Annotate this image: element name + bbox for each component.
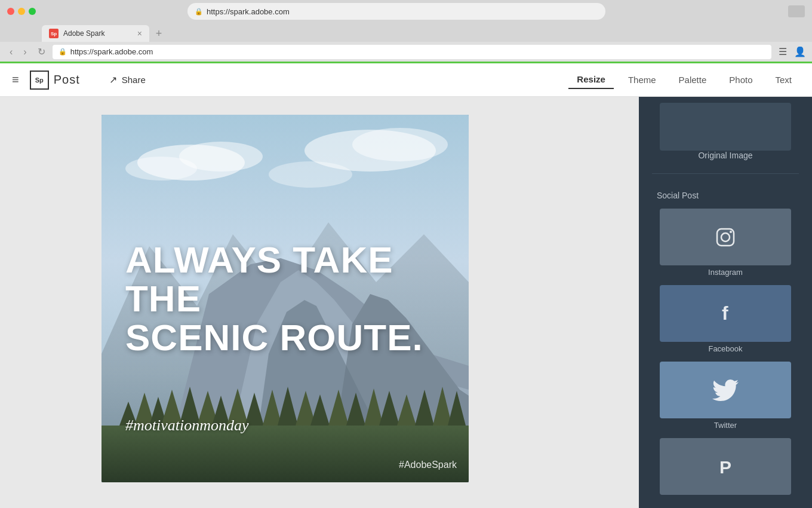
browser-menu-icon[interactable]: ☰ (775, 45, 791, 59)
post-hashtag[interactable]: #motivationmonday (125, 417, 249, 434)
tab-favicon: Sp (49, 29, 59, 38)
svg-point-36 (730, 231, 732, 233)
facebook-label: Facebook (708, 344, 742, 353)
share-button[interactable]: ↗ Share (97, 69, 158, 90)
palette-nav-button[interactable]: Palette (670, 71, 715, 88)
twitter-card[interactable] (660, 362, 791, 418)
svg-text:P: P (719, 457, 731, 477)
url-field[interactable]: 🔒 https://spark.adobe.com (53, 45, 771, 59)
header-left: ≡ Sp Post ↗ Share (0, 69, 377, 90)
hamburger-menu-button[interactable]: ≡ (10, 71, 21, 89)
social-post-section-label: Social Post (639, 191, 699, 200)
address-bar-row: ‹ › ↻ 🔒 https://spark.adobe.com ☰ 👤 (0, 42, 812, 63)
tab-close-button[interactable]: × (137, 29, 142, 38)
url-display: https://spark.adobe.com (70, 47, 153, 56)
instagram-icon (712, 224, 739, 250)
reload-button[interactable]: ↻ (34, 45, 49, 59)
post-text-line1: ALWAYS TAKE THE (125, 240, 445, 318)
original-image-card[interactable] (660, 103, 791, 151)
title-bar: 🔒 https://spark.adobe.com (0, 0, 812, 23)
minimize-button[interactable] (18, 8, 25, 15)
os-chrome: 🔒 https://spark.adobe.com Sp Adobe Spark… (0, 0, 812, 42)
maximize-button[interactable] (29, 8, 36, 15)
pinterest-icon: P (712, 454, 739, 480)
lock-icon: 🔒 (195, 8, 203, 16)
right-panel: Original Image Social Post Instagram f F… (639, 97, 812, 508)
instagram-card[interactable] (660, 209, 791, 265)
twitter-label: Twitter (714, 421, 737, 430)
instagram-label: Instagram (708, 268, 743, 277)
original-image-label: Original Image (698, 151, 752, 160)
spark-logo-icon: Sp (30, 71, 49, 90)
tab-title: Adobe Spark (63, 29, 104, 38)
post-text-line2: SCENIC ROUTE. (125, 318, 445, 357)
new-tab-button[interactable]: + (150, 25, 167, 42)
window-control[interactable] (788, 5, 805, 17)
panel-divider-1 (652, 173, 799, 174)
app-header: ≡ Sp Post ↗ Share Resize Theme Palette P… (0, 63, 812, 97)
spark-logo: Sp Post (30, 71, 80, 90)
app-name: Post (54, 73, 80, 87)
header-right: Resize Theme Palette Photo Text (377, 71, 812, 89)
facebook-icon: f (712, 301, 739, 327)
facebook-card[interactable]: f (660, 285, 791, 342)
share-label: Share (122, 75, 146, 85)
tab-bar: Sp Adobe Spark × + (0, 23, 812, 42)
post-main-text[interactable]: ALWAYS TAKE THE SCENIC ROUTE. (125, 240, 445, 357)
url-lock-icon: 🔒 (59, 48, 67, 56)
browser-tab[interactable]: Sp Adobe Spark × (42, 25, 149, 42)
photo-nav-button[interactable]: Photo (721, 71, 761, 88)
post-canvas[interactable]: ALWAYS TAKE THE SCENIC ROUTE. #motivatio… (102, 115, 469, 482)
pinterest-card[interactable]: P (660, 438, 791, 495)
close-button[interactable] (7, 8, 14, 15)
theme-nav-button[interactable]: Theme (620, 71, 665, 88)
user-profile-icon[interactable]: 👤 (794, 46, 806, 57)
share-arrow-icon: ↗ (109, 74, 117, 85)
main-content: ALWAYS TAKE THE SCENIC ROUTE. #motivatio… (0, 97, 812, 508)
post-brand-tag: #AdobeSpark (399, 460, 457, 470)
forward-button[interactable]: › (20, 45, 30, 59)
back-button[interactable]: ‹ (6, 45, 16, 59)
traffic-lights (7, 8, 36, 15)
url-text: https://spark.adobe.com (207, 7, 290, 16)
canvas-area: ALWAYS TAKE THE SCENIC ROUTE. #motivatio… (0, 97, 639, 508)
svg-text:f: f (722, 302, 728, 324)
svg-point-35 (721, 233, 730, 241)
text-nav-button[interactable]: Text (767, 71, 800, 88)
twitter-icon (712, 380, 739, 401)
resize-nav-button[interactable]: Resize (568, 71, 614, 89)
